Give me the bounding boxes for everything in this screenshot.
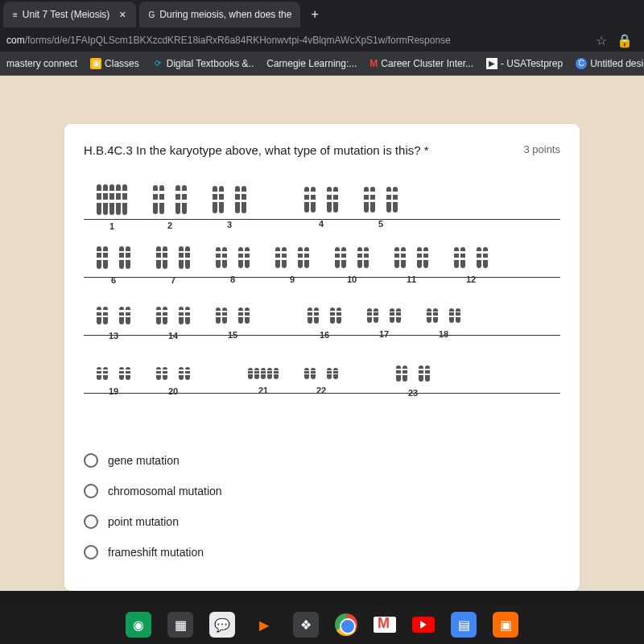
url-text: com/forms/d/e/1FAIpQLScm1BKXzcdKRE18iaRx… (6, 35, 591, 46)
answer-options: gene mutation chromosomal mutation point… (84, 445, 560, 568)
radio-icon (84, 453, 98, 468)
arrow-icon[interactable]: ▶ (251, 612, 277, 638)
chromosome-pair: 16 (308, 308, 341, 324)
chromosome-pair: 10 (335, 247, 369, 268)
option-point-mutation[interactable]: point mutation (84, 506, 560, 537)
chromosome-pair: 12 (454, 247, 488, 268)
chromosome-number: 22 (316, 386, 326, 395)
new-tab-button[interactable]: + (303, 7, 327, 22)
chromosome-number: 2 (167, 221, 172, 230)
option-label: chromosomal mutation (108, 485, 222, 497)
lock-icon[interactable]: 🔒 (612, 33, 638, 48)
tab-bar: ≡ Unit 7 Test (Meiosis) × G During meios… (0, 0, 644, 29)
canva-icon: C (576, 58, 587, 69)
chromosome-number: 20 (168, 386, 178, 396)
chromosome-number: 4 (319, 219, 324, 229)
chromosome-number: 18 (439, 329, 448, 339)
bookmark-textbooks[interactable]: ⟳ Digital Textbooks &.. (152, 58, 254, 69)
chromosome-number: 23 (408, 388, 418, 398)
chromosome-pair: 23 (396, 365, 430, 382)
bookmark-classes[interactable]: ▣ Classes (90, 58, 139, 69)
chromosome-number: 3 (227, 220, 232, 229)
option-label: frameshift mutation (108, 546, 204, 559)
bookmark-star-icon[interactable]: ☆ (591, 33, 612, 48)
tab-1[interactable]: ≡ Unit 7 Test (Meiosis) × (3, 2, 136, 27)
close-icon[interactable]: × (119, 8, 126, 21)
bookmark-carnegie[interactable]: Carnegie Learning:... (266, 58, 357, 69)
usatest-icon: ▶ (486, 58, 497, 69)
classes-icon: ▣ (90, 58, 101, 69)
chromosome-number: 15 (228, 330, 237, 340)
bookmark-career[interactable]: M Career Cluster Inter... (369, 58, 473, 69)
karyotype-row: 6789101112 (84, 239, 560, 278)
bookmark-label: - USATestprep (501, 58, 563, 69)
chromosome-pair: 21 (248, 368, 279, 379)
chromosome-pair: 15 (216, 308, 250, 324)
google-icon: G (149, 10, 155, 19)
bookmark-usatest[interactable]: ▶ - USATestprep (486, 58, 563, 69)
radio-icon (84, 484, 98, 498)
question-text: H.B.4C.3 In the karyotype above, what ty… (84, 143, 504, 157)
chromosome-pair: 20 (156, 367, 190, 380)
chromosome-number: 16 (320, 330, 329, 340)
bookmark-label: Classes (105, 58, 139, 69)
chromosome-pair: 7 (156, 246, 190, 269)
tab-title: Unit 7 Test (Meiosis) (23, 9, 109, 20)
bookmark-label: Untitled design - Po... (590, 58, 644, 69)
browser-chrome: ≡ Unit 7 Test (Meiosis) × G During meios… (0, 0, 644, 76)
option-frameshift-mutation[interactable]: frameshift mutation (84, 537, 560, 568)
chromosome-number: 1 (109, 221, 114, 231)
bookmark-prefix: M (369, 58, 378, 69)
bookmark-label: mastery connect (6, 58, 77, 69)
chromosome-number: 17 (379, 329, 389, 339)
chromosome-pair: 1 (97, 184, 127, 215)
karyotype-row: 131415161718 (84, 297, 560, 336)
chrome-icon[interactable] (335, 613, 357, 636)
textbook-icon: ⟳ (152, 58, 163, 69)
chromosome-number: 11 (407, 275, 416, 284)
question-header: H.B.4C.3 In the karyotype above, what ty… (84, 143, 560, 157)
chromosome-number: 10 (347, 275, 357, 284)
chromosome-number: 7 (171, 275, 175, 285)
chromosome-pair: 6 (97, 246, 130, 269)
slides-icon[interactable]: ▣ (493, 612, 518, 638)
option-label: gene mutation (108, 454, 180, 467)
radio-icon (84, 514, 98, 529)
chromosome-pair: 13 (97, 307, 130, 324)
chromosome-pair: 17 (367, 308, 401, 323)
chromosome-number: 8 (230, 275, 235, 284)
chromosome-number: 19 (109, 386, 118, 396)
bookmark-label: Digital Textbooks &.. (167, 58, 254, 69)
chromosome-pair: 2 (153, 185, 187, 214)
chromosome-number: 21 (258, 386, 268, 395)
chromosome-pair: 9 (275, 247, 309, 268)
tab-icon: ≡ (13, 10, 18, 19)
chromosome-pair: 3 (213, 186, 246, 213)
files-icon[interactable]: ◉ (126, 612, 151, 638)
chromosome-pair: 5 (364, 187, 398, 213)
chromosome-pair: 14 (156, 307, 190, 324)
bookmarks-bar: mastery connect ▣ Classes ⟳ Digital Text… (0, 52, 644, 76)
gmail-icon[interactable] (374, 617, 396, 633)
chromosome-number: 12 (466, 275, 476, 284)
option-label: point mutation (108, 515, 179, 528)
form-question-card: H.B.4C.3 In the karyotype above, what ty… (64, 124, 580, 591)
option-gene-mutation[interactable]: gene mutation (84, 445, 560, 476)
bookmark-design[interactable]: C Untitled design - Po... (576, 58, 644, 69)
bookmark-mastery[interactable]: mastery connect (6, 58, 77, 69)
radio-icon (84, 545, 98, 559)
karyotype-row: 1920212223 (84, 355, 560, 394)
page-viewport: H.B.4C.3 In the karyotype above, what ty… (0, 76, 644, 591)
question-points: 3 points (523, 143, 560, 157)
chromosome-number: 6 (111, 275, 116, 285)
tab-2[interactable]: G During meiosis, when does the × (139, 2, 300, 27)
messages-icon[interactable]: 💬 (209, 612, 235, 638)
url-bar[interactable]: com/forms/d/e/1FAIpQLScm1BKXzcdKRE18iaRx… (0, 29, 644, 52)
docs-icon[interactable]: ▤ (451, 612, 477, 638)
youtube-icon[interactable] (412, 617, 435, 633)
chromosome-number: 14 (168, 331, 178, 341)
app-icon[interactable]: ❖ (293, 612, 319, 638)
tab-title: During meiosis, when does the (159, 9, 291, 20)
option-chromosomal-mutation[interactable]: chromosomal mutation (84, 476, 560, 506)
calculator-icon[interactable]: ▦ (167, 612, 193, 638)
